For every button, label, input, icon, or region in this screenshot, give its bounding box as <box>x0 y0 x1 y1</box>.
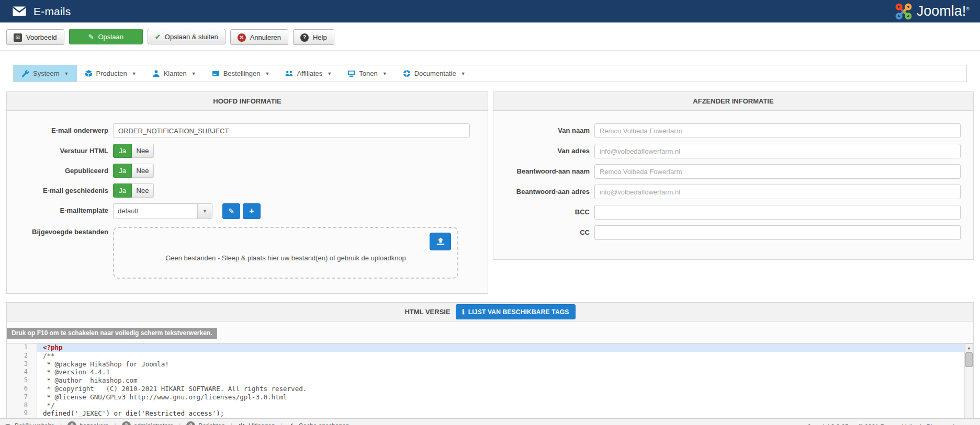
chevron-down-icon: ▼ <box>382 71 387 76</box>
scrollbar-thumb[interactable] <box>965 352 973 367</box>
group-icon <box>285 70 293 77</box>
separator: | <box>281 422 283 425</box>
available-tags-button[interactable]: ℹ LIJST VAN BESCHIKBARE TAGS <box>456 304 576 319</box>
line-number-2: 2 <box>7 352 37 360</box>
van-naam-row: Van naam <box>506 123 961 138</box>
line-number-8: 8 <box>7 401 37 410</box>
joomla-admin-page: E-mails Joomla!® ✉Voorbeeld✎Opslaan✔Opsl… <box>0 0 980 425</box>
line-number-1: 1 <box>7 343 37 352</box>
send-html-label: Verstuur HTML <box>19 144 108 158</box>
code-line-9[interactable]: defined('_JEXEC') or die('Restricted acc… <box>37 409 973 418</box>
separator: | <box>179 422 181 425</box>
published-yes-button[interactable]: Ja <box>113 164 132 178</box>
main-menu: Systeem▼Producten▼Klanten▼Bestellingen▼A… <box>13 65 967 82</box>
display-icon <box>347 70 355 77</box>
status-cache-opschonen[interactable]: Cache opschonen <box>288 422 350 425</box>
menu-item-producten[interactable]: Producten▼ <box>77 65 144 82</box>
chevron-down-icon: ▼ <box>132 71 137 76</box>
plus-icon: + <box>249 206 254 216</box>
upload-button[interactable] <box>430 233 451 250</box>
beantwoord-aan-adres-input[interactable] <box>594 185 961 199</box>
van-naam-input[interactable] <box>594 123 961 138</box>
main-info-panel: HOOFD INFORMATIE E-mail onderwerp Verstu… <box>6 91 488 294</box>
power-icon <box>238 423 245 425</box>
status-bezoekers[interactable]: 0bezoekers <box>67 421 108 425</box>
code-line-1[interactable]: <?php <box>37 343 973 352</box>
chevron-down-icon: ▼ <box>64 71 69 76</box>
published-label: Gepubliceerd <box>19 164 108 178</box>
chevron-down-icon: ▼ <box>327 71 332 76</box>
add-template-button[interactable]: + <box>243 203 261 219</box>
van-adres-row: Van adres <box>506 144 961 158</box>
beantwoord-aan-naam-row: Beantwoord-aan naam <box>506 164 961 179</box>
code-line-5[interactable]: * @author hikashop.com <box>37 376 973 385</box>
editor-gutter: 12345678910▾11▾ <box>7 343 37 425</box>
code-line-2[interactable]: /** <box>37 352 973 360</box>
cc-input[interactable] <box>594 225 961 240</box>
status-uitloggen[interactable]: Uitloggen <box>238 422 275 425</box>
line-number-4: 4 <box>7 368 37 376</box>
code-editor[interactable]: 12345678910▾11▾ <?php/** * @package Hika… <box>7 343 973 425</box>
voorbeeld-button[interactable]: ✉Voorbeeld <box>6 29 64 45</box>
send-html-yes-button[interactable]: Ja <box>113 144 132 158</box>
van-adres-label: Van adres <box>506 144 590 158</box>
beantwoord-aan-adres-row: Beantwoord-aan adres <box>506 185 961 199</box>
send-html-no-button[interactable]: Nee <box>132 144 154 158</box>
code-line-3[interactable]: * @package HikaShop for Joomla! <box>37 360 973 369</box>
van-adres-input[interactable] <box>594 144 961 158</box>
user-icon <box>152 70 160 77</box>
line-number-9: 9 <box>7 409 37 418</box>
chevron-down-icon: ▼ <box>265 71 270 76</box>
status-administrators[interactable]: 2administrators <box>122 421 173 425</box>
subject-input[interactable] <box>113 123 470 138</box>
status-bekijk-website[interactable]: Bekijk website <box>4 422 54 425</box>
sender-info-panel-title: AFZENDER INFORMATIE <box>493 92 973 111</box>
subject-label: E-mail onderwerp <box>19 123 108 138</box>
menu-item-documentatie[interactable]: Documentatie▼ <box>395 65 474 82</box>
help-button[interactable]: ?Help <box>293 29 334 45</box>
published-no-button[interactable]: Nee <box>132 164 154 178</box>
upload-icon <box>436 237 445 246</box>
edit-template-button[interactable]: ✎ <box>222 203 240 219</box>
bcc-input[interactable] <box>594 205 961 220</box>
chevron-down-icon[interactable]: ▼ <box>197 204 212 219</box>
beantwoord-aan-naam-input[interactable] <box>594 164 961 179</box>
published-row: Gepubliceerd Ja Nee <box>19 164 475 178</box>
editor-code-area[interactable]: <?php/** * @package HikaShop for Joomla!… <box>37 343 973 425</box>
bcc-row: BCC <box>506 205 961 220</box>
menu-item-tonen[interactable]: Tonen▼ <box>340 65 395 82</box>
status-bar: Bekijk website|0bezoekers|2administrator… <box>0 418 980 425</box>
history-label: E-mail geschiedenis <box>19 183 108 198</box>
page-title: E-mails <box>33 5 71 18</box>
check-icon: ✔ <box>155 33 161 41</box>
mail-icon: ✉ <box>14 33 22 42</box>
status-berichten[interactable]: 0Berichten <box>186 421 225 425</box>
main-info-panel-title: HOOFD INFORMATIE <box>7 92 488 111</box>
menu-item-bestellingen[interactable]: Bestellingen▼ <box>204 65 278 82</box>
history-yes-button[interactable]: Ja <box>113 183 132 198</box>
history-no-button[interactable]: Nee <box>132 183 154 198</box>
beantwoord-aan-naam-label: Beantwoord-aan naam <box>506 164 590 179</box>
menu-item-klanten[interactable]: Klanten▼ <box>144 65 204 82</box>
card-icon <box>212 70 220 77</box>
opslaan-button[interactable]: ✎Opslaan <box>69 29 143 44</box>
menu-item-systeem[interactable]: Systeem▼ <box>14 65 77 82</box>
attachments-dropzone[interactable]: Geen bestanden - Sleep & plaats hier uw … <box>113 227 458 279</box>
flash-icon <box>288 423 296 425</box>
scroll-up-arrow[interactable]: ▲ <box>965 343 973 352</box>
annuleren-button[interactable]: ✕Annuleren <box>230 29 288 45</box>
menu-item-affiliates[interactable]: Affiliates▼ <box>277 65 340 82</box>
editor-scrollbar[interactable]: ▲ ▼ <box>964 343 973 425</box>
code-line-8[interactable]: */ <box>37 401 973 410</box>
code-line-7[interactable]: * @license GNU/GPLv3 http://www.gnu.org/… <box>37 393 973 401</box>
box-icon <box>85 70 93 77</box>
code-line-4[interactable]: * @version 4.4.1 <box>37 368 973 376</box>
cancel-icon: ✕ <box>238 33 246 42</box>
page-header: E-mails Joomla!® <box>0 0 980 22</box>
attachments-label: Bijgevoegde bestanden <box>19 227 108 279</box>
template-select[interactable]: default ▼ <box>113 203 212 219</box>
pencil-icon: ✎ <box>228 207 234 215</box>
opslaan-sluiten-button[interactable]: ✔Opslaan & sluiten <box>148 29 226 44</box>
code-line-6[interactable]: * @copyright (C) 2010-2021 HIKARI SOFTWA… <box>37 385 973 393</box>
joomla-logo-icon <box>895 3 913 20</box>
